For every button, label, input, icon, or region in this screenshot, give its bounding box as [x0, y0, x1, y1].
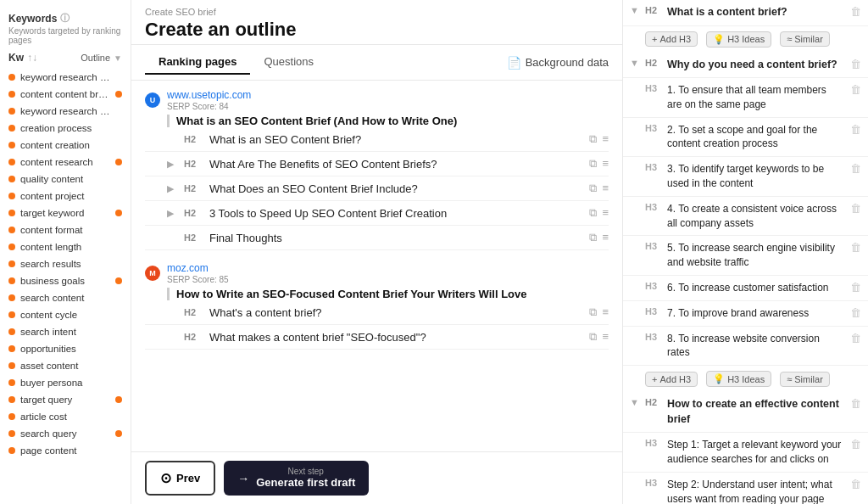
- h3-ideas-label: H3 Ideas: [727, 374, 765, 384]
- copy-icon[interactable]: ⧉: [589, 330, 597, 344]
- rp-delete-icon[interactable]: 🗑: [850, 83, 861, 96]
- sidebar-item[interactable]: content research: [0, 154, 131, 171]
- tab-ranking-pages[interactable]: Ranking pages: [145, 50, 250, 75]
- h3-ideas-button[interactable]: 💡 H3 Ideas: [706, 31, 771, 48]
- sidebar-item[interactable]: search query: [0, 425, 131, 442]
- copy-icon[interactable]: ⧉: [589, 305, 597, 319]
- h2-toggle[interactable]: ▶: [167, 183, 179, 194]
- main-toolbar: Ranking pages Questions 📄 Background dat…: [131, 45, 622, 81]
- rp-delete-icon[interactable]: 🗑: [850, 332, 861, 344]
- sidebar-item[interactable]: content cycle: [0, 306, 131, 323]
- next-button[interactable]: → Next step Generate first draft: [224, 461, 369, 496]
- rp-h3-text: 7. To improve brand awareness: [667, 306, 843, 321]
- h2-toggle[interactable]: ▶: [167, 159, 179, 170]
- copy-icon[interactable]: ⧉: [589, 231, 597, 244]
- h3-ideas-button[interactable]: 💡 H3 Ideas: [706, 371, 771, 387]
- rp-delete-icon[interactable]: 🗑: [850, 478, 861, 490]
- copy-icon[interactable]: ⧉: [589, 206, 597, 220]
- rp-h3-text: 5. To increase search engine visibility …: [667, 241, 843, 270]
- sidebar-item[interactable]: page content: [0, 442, 131, 459]
- list-icon[interactable]: ≡: [602, 305, 609, 319]
- h2-text: What Are The Benefits of SEO Content Bri…: [209, 158, 584, 171]
- rp-delete-icon[interactable]: 🗑: [850, 162, 861, 175]
- copy-icon[interactable]: ⧉: [589, 157, 597, 171]
- copy-icon[interactable]: ⧉: [589, 182, 597, 195]
- similar-button[interactable]: ≈ Similar: [780, 31, 830, 47]
- sidebar-item[interactable]: search intent: [0, 323, 131, 340]
- sidebar-item[interactable]: content format: [0, 221, 131, 238]
- rp-delete-icon[interactable]: 🗑: [850, 241, 861, 254]
- h-tag: H2: [184, 208, 204, 218]
- sidebar-item[interactable]: asset content: [0, 357, 131, 374]
- rp-h-tag: H3: [645, 241, 664, 251]
- rp-delete-icon[interactable]: 🗑: [850, 123, 861, 136]
- rp-delete-icon[interactable]: 🗑: [850, 202, 861, 215]
- sidebar-item[interactable]: business goals: [0, 272, 131, 289]
- rp-h-tag: H3: [645, 332, 664, 342]
- kw-indicator: [115, 91, 122, 98]
- sidebar-item[interactable]: content length: [0, 238, 131, 255]
- sidebar-items-list: keyword research process content content…: [0, 69, 131, 459]
- kw-indicator: [115, 108, 122, 115]
- h2-row: H2 What is an SEO Content Brief? ⧉ ≡: [145, 127, 609, 152]
- h2-text: 3 Tools to Speed Up SEO Content Brief Cr…: [209, 207, 584, 220]
- list-icon[interactable]: ≡: [602, 206, 609, 220]
- h2-text: What is an SEO Content Brief?: [209, 133, 584, 146]
- sidebar-item[interactable]: target keyword: [0, 204, 131, 221]
- h-tag: H2: [184, 183, 204, 193]
- rp-delete-icon[interactable]: 🗑: [850, 58, 861, 70]
- rp-h3-text: 3. To identify target keywords to be use…: [667, 162, 843, 191]
- sidebar-item[interactable]: keyword research guide: [0, 103, 131, 120]
- rp-delete-icon[interactable]: 🗑: [850, 5, 861, 18]
- similar-button[interactable]: ≈ Similar: [780, 372, 830, 387]
- kw-dot: [8, 159, 15, 165]
- rp-h3-text: Step 1: Target a relevant keyword your a…: [667, 438, 843, 467]
- sidebar-item[interactable]: quality content: [0, 171, 131, 188]
- list-icon[interactable]: ≡: [602, 231, 609, 244]
- list-icon[interactable]: ≡: [602, 330, 609, 344]
- similar-label: Similar: [794, 374, 823, 384]
- sidebar-item[interactable]: article cost: [0, 408, 131, 425]
- list-icon[interactable]: ≡: [602, 132, 609, 146]
- sidebar-item[interactable]: keyword research process: [0, 69, 131, 86]
- rp-delete-icon[interactable]: 🗑: [850, 438, 861, 451]
- sidebar-item[interactable]: search results: [0, 255, 131, 272]
- rank-domain[interactable]: www.usetopic.com: [167, 89, 251, 101]
- list-icon[interactable]: ≡: [602, 157, 609, 171]
- list-icon[interactable]: ≡: [602, 182, 609, 195]
- sidebar-item[interactable]: buyer persona: [0, 374, 131, 391]
- add-h3-button[interactable]: + Add H3: [645, 31, 698, 47]
- rp-chevron-icon[interactable]: ▼: [630, 58, 642, 68]
- rp-delete-icon[interactable]: 🗑: [850, 281, 861, 294]
- rp-chevron-icon[interactable]: ▼: [630, 397, 642, 407]
- sort-icon-1[interactable]: ↑↓: [27, 52, 37, 64]
- kw-dot: [8, 447, 15, 454]
- sidebar-item[interactable]: search content: [0, 289, 131, 306]
- tab-questions[interactable]: Questions: [250, 50, 327, 75]
- sidebar-item[interactable]: creation process: [0, 120, 131, 137]
- kw-text: content content briefs: [20, 89, 110, 99]
- sidebar-item[interactable]: content creation: [0, 137, 131, 154]
- rp-h-tag: H3: [645, 306, 664, 316]
- outline-chevron-icon[interactable]: ▼: [114, 53, 122, 63]
- rank-domain[interactable]: moz.com: [167, 262, 229, 274]
- h2-row: H2 Final Thoughts ⧉ ≡: [145, 226, 609, 250]
- h2-toggle[interactable]: ▶: [167, 208, 179, 219]
- sidebar-title-text: Keywords: [8, 13, 57, 25]
- next-step-label: Next step: [256, 468, 355, 476]
- sidebar-item[interactable]: target query: [0, 391, 131, 408]
- rp-delete-icon[interactable]: 🗑: [850, 306, 861, 319]
- sidebar-header: Keywords ⓘ Keywords targeted by ranking …: [0, 7, 131, 48]
- sidebar-item[interactable]: opportunities: [0, 340, 131, 357]
- sidebar-item[interactable]: content project: [0, 188, 131, 204]
- add-h3-button[interactable]: + Add H3: [645, 372, 698, 387]
- rp-delete-icon[interactable]: 🗑: [850, 397, 861, 410]
- rp-h3-text: 6. To increase customer satisfaction: [667, 281, 843, 295]
- kw-dot: [8, 379, 15, 386]
- background-data-button[interactable]: 📄 Background data: [507, 56, 609, 70]
- copy-icon[interactable]: ⧉: [589, 132, 597, 146]
- sidebar-item[interactable]: content content briefs: [0, 86, 131, 103]
- rp-chevron-icon[interactable]: ▼: [630, 5, 642, 15]
- prev-button[interactable]: ⊙ Prev: [145, 461, 215, 496]
- kw-indicator: [115, 260, 122, 267]
